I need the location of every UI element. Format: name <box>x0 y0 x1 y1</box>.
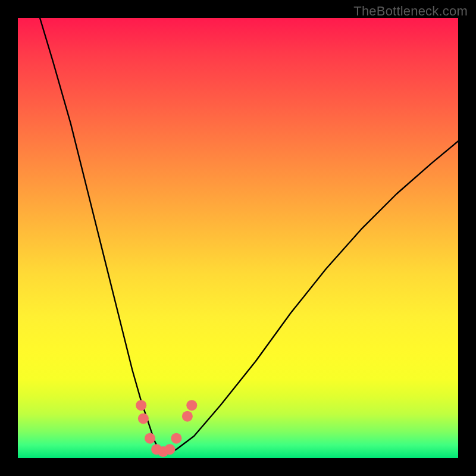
marker-left-near-min <box>145 433 155 444</box>
marker-left-lower-dot <box>138 413 149 424</box>
bottleneck-curve <box>40 18 458 454</box>
curve-markers <box>136 400 197 457</box>
marker-trough-right <box>164 444 175 455</box>
marker-right-more-dot <box>186 400 197 411</box>
marker-left-upper-dot <box>136 400 146 411</box>
chart-frame: TheBottleneck.com <box>0 0 476 476</box>
marker-right-near-min <box>171 433 181 444</box>
marker-right-upper-dot <box>182 411 193 422</box>
plot-area <box>18 18 458 458</box>
watermark-text: TheBottleneck.com <box>353 4 468 19</box>
chart-svg <box>18 18 458 458</box>
